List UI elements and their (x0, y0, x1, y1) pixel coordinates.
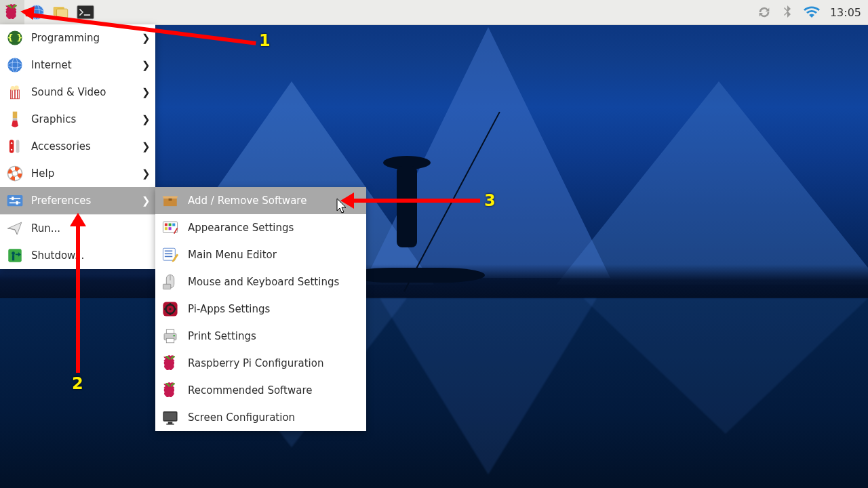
clock[interactable]: 13:05 (830, 6, 861, 19)
exit-icon (5, 246, 24, 265)
submenu-item-label: Main Menu Editor (188, 249, 277, 261)
knife-icon (5, 137, 24, 156)
sliders-icon (5, 191, 24, 210)
svg-rect-39 (165, 227, 167, 230)
submenu-arrow-icon: ❯ (142, 113, 149, 125)
menu-item-label: Sound & Video (31, 86, 135, 98)
lifebuoy-icon (5, 164, 24, 183)
box-icon (161, 191, 180, 210)
menu-item-label: Run... (31, 222, 149, 235)
raspberry-icon (161, 354, 180, 373)
submenu-arrow-icon: ❯ (142, 86, 149, 98)
submenu-item-label: Print Settings (188, 330, 256, 342)
paperplane-icon (5, 219, 24, 238)
svg-point-17 (14, 85, 19, 90)
submenu-item-label: Recommended Software (188, 384, 313, 396)
svg-rect-29 (12, 197, 14, 200)
menu-item-graphics[interactable]: Graphics❯ (0, 106, 155, 133)
svg-rect-30 (16, 201, 18, 205)
svg-point-9 (7, 58, 22, 72)
submenu-item-recommended-software[interactable]: Recommended Software (155, 377, 366, 404)
svg-rect-26 (7, 195, 23, 206)
annotation-arrow-3 (353, 199, 480, 203)
svg-rect-58 (166, 424, 174, 425)
preferences-submenu: Add / Remove SoftwareAppearance Settings… (155, 187, 366, 431)
updates-icon[interactable] (757, 5, 772, 20)
submenu-item-label: Add / Remove Software (188, 195, 307, 207)
menuedit-icon (161, 245, 180, 264)
submenu-arrow-icon: ❯ (142, 140, 149, 152)
submenu-item-mouse-and-keyboard-settings[interactable]: Mouse and Keyboard Settings (155, 268, 366, 296)
menu-item-preferences[interactable]: Preferences❯ (0, 187, 155, 214)
menu-item-label: Preferences (31, 195, 135, 207)
svg-point-23 (11, 149, 12, 150)
annotation-arrowhead-2 (70, 213, 86, 226)
menu-item-label: Graphics (31, 113, 135, 125)
submenu-item-pi-apps-settings[interactable]: Pi-Apps Settings (155, 296, 366, 323)
annotation-number-2: 2 (72, 374, 83, 393)
svg-rect-38 (172, 224, 175, 226)
svg-rect-53 (166, 338, 174, 343)
menu-item-sound-video[interactable]: Sound & Video❯ (0, 79, 155, 106)
submenu-item-label: Screen Configuration (188, 411, 295, 424)
menu-item-label: Help (31, 167, 135, 180)
menu-item-help[interactable]: Help❯ (0, 160, 155, 187)
submenu-item-label: Appearance Settings (188, 222, 294, 234)
system-tray: 13:05 (757, 0, 868, 24)
annotation-arrow-2 (76, 225, 80, 373)
menu-item-accessories[interactable]: Accessories❯ (0, 133, 155, 160)
svg-point-25 (12, 171, 18, 176)
submenu-item-label: Raspberry Pi Configuration (188, 357, 323, 369)
svg-text:{ }: { } (7, 33, 22, 43)
svg-rect-34 (169, 199, 172, 201)
svg-point-54 (173, 335, 174, 336)
terminal-icon (77, 5, 94, 20)
wifi-icon[interactable] (803, 5, 821, 19)
annotation-arrowhead-3 (340, 192, 354, 209)
annotation-number-3: 3 (484, 191, 496, 210)
submenu-item-appearance-settings[interactable]: Appearance Settings (155, 214, 366, 241)
menu-item-label: Accessories (31, 140, 135, 152)
globe-icon (5, 56, 24, 75)
raspberry-icon (161, 381, 180, 400)
submenu-item-main-menu-editor[interactable]: Main Menu Editor (155, 241, 366, 268)
svg-rect-36 (165, 224, 167, 226)
submenu-item-print-settings[interactable]: Print Settings (155, 323, 366, 350)
annotation-arrowhead-1 (20, 5, 35, 20)
svg-point-16 (11, 86, 16, 91)
monitor-icon (161, 408, 180, 427)
brush-icon (5, 110, 24, 129)
menu-item-internet[interactable]: Internet❯ (0, 52, 155, 79)
svg-rect-21 (16, 140, 20, 153)
submenu-item-label: Pi-Apps Settings (188, 303, 270, 315)
svg-rect-18 (13, 112, 18, 119)
svg-rect-20 (9, 140, 14, 153)
menu-item-label: Programming (31, 32, 135, 44)
code-icon: { } (5, 28, 24, 47)
svg-rect-47 (163, 284, 170, 289)
submenu-arrow-icon: ❯ (142, 167, 149, 180)
bluetooth-icon[interactable] (781, 5, 793, 20)
submenu-arrow-icon: ❯ (142, 32, 149, 44)
svg-rect-33 (12, 255, 14, 260)
svg-rect-52 (166, 329, 174, 333)
piapps-icon (161, 300, 180, 319)
svg-point-22 (11, 142, 12, 144)
svg-rect-57 (168, 422, 173, 424)
submenu-item-label: Mouse and Keyboard Settings (188, 276, 339, 288)
svg-rect-37 (169, 224, 172, 226)
mouse-icon (161, 272, 180, 291)
popcorn-icon (5, 83, 24, 102)
submenu-arrow-icon: ❯ (142, 195, 149, 207)
palette-icon (161, 218, 180, 237)
printer-icon (161, 327, 180, 346)
raspberry-icon (3, 3, 21, 21)
svg-point-32 (12, 251, 15, 255)
svg-rect-56 (164, 413, 176, 420)
submenu-item-screen-configuration[interactable]: Screen Configuration (155, 404, 366, 431)
svg-rect-40 (169, 227, 172, 230)
menu-item-label: Shutdow... (31, 249, 149, 262)
submenu-item-add-remove-software[interactable]: Add / Remove Software (155, 187, 366, 214)
submenu-arrow-icon: ❯ (142, 59, 149, 71)
submenu-item-raspberry-pi-configuration[interactable]: Raspberry Pi Configuration (155, 350, 366, 377)
